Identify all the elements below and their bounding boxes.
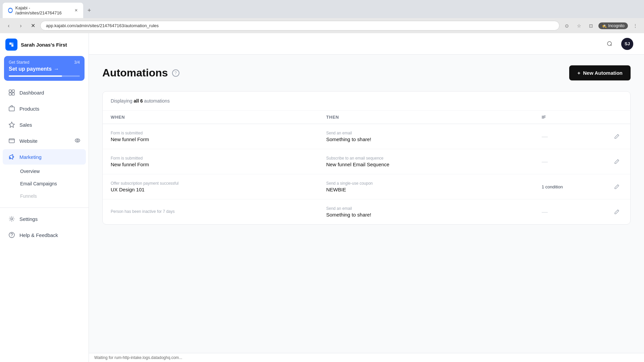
profile-icon[interactable]: ⊡ [586, 21, 596, 31]
website-label: Website [19, 138, 70, 144]
then-cell-1: Send an email Something to share! [326, 131, 542, 142]
svg-rect-4 [12, 93, 14, 95]
edit-icon[interactable] [611, 181, 622, 192]
close-tab-icon[interactable]: ✕ [74, 8, 78, 13]
cast-icon[interactable]: ⊙ [562, 21, 572, 31]
automations-table: Displaying all 6 automations When Then I… [102, 91, 631, 225]
menu-icon[interactable]: ⋮ [631, 21, 640, 31]
svg-marker-6 [9, 122, 14, 127]
reload-button[interactable]: ✕ [28, 21, 38, 31]
col-when: When [111, 115, 326, 120]
if-cell-3: 1 condition [542, 184, 602, 190]
website-visibility-icon[interactable] [74, 137, 80, 144]
sidebar-scroll[interactable]: Get Started 3/4 Set up payments → Dashbo… [0, 56, 89, 362]
sidebar-header: Sarah Jonas's First [0, 33, 89, 56]
sidebar-item-marketing[interactable]: Marketing [3, 149, 86, 165]
sidebar-sub-email-campaigns[interactable]: Email Campaigns [3, 178, 86, 190]
subtitle-prefix: Displaying [111, 98, 133, 104]
tab-title: Kajabi - /admin/sites/214764716 [15, 5, 69, 15]
new-tab-button[interactable]: + [85, 6, 94, 15]
then-cell-3: Send a single-use coupon NEWBIE [326, 181, 542, 192]
when-cell-3: Offer subscription payment successful UX… [111, 181, 326, 192]
sales-icon [8, 121, 15, 128]
new-automation-button[interactable]: + New Automation [569, 65, 631, 80]
edit-icon[interactable] [611, 206, 622, 217]
page-header: Automations ? + New Automation [102, 65, 631, 80]
get-started-banner[interactable]: Get Started 3/4 Set up payments → [4, 56, 85, 81]
when-cell-4: Person has been inactive for 7 days [111, 209, 326, 215]
svg-rect-1 [9, 90, 11, 92]
svg-rect-5 [9, 107, 14, 111]
if-cell-2: — [542, 158, 602, 165]
incognito-badge: 🕵 Incognito [598, 22, 628, 29]
edit-cell-1[interactable] [602, 131, 622, 142]
tab-bar: Kajabi - /admin/sites/214764716 ✕ + [0, 0, 644, 18]
sidebar-item-help[interactable]: Help & Feedback [3, 227, 86, 243]
sidebar-sub-funnels[interactable]: Funnels [3, 190, 86, 202]
active-tab[interactable]: Kajabi - /admin/sites/214764716 ✕ [3, 3, 83, 18]
page-title-area: Automations ? [102, 67, 179, 79]
sidebar-item-products[interactable]: Products [3, 101, 86, 116]
sidebar-item-website[interactable]: Website [3, 133, 86, 148]
progress-bar [9, 75, 80, 77]
table-row: Form is submitted New funnel Form Subscr… [103, 149, 630, 174]
then-cell-4: Send an email Something to share! [326, 206, 542, 218]
sidebar-item-sales[interactable]: Sales [3, 117, 86, 132]
products-label: Products [19, 106, 80, 112]
marketing-label: Marketing [19, 154, 80, 160]
then-cell-2: Subscribe to an email sequence New funne… [326, 156, 542, 167]
search-button[interactable] [604, 38, 616, 50]
table-row: Person has been inactive for 7 days Send… [103, 199, 630, 224]
new-automation-label: New Automation [583, 70, 623, 76]
edit-cell-3[interactable] [602, 181, 622, 192]
svg-rect-2 [12, 90, 14, 92]
col-if: If [542, 115, 602, 120]
get-started-top: Get Started 3/4 [9, 60, 80, 65]
status-text: Waiting for rum-http-intake.logs.datadog… [94, 355, 182, 360]
bookmark-icon[interactable]: ☆ [574, 21, 584, 31]
products-icon [8, 105, 15, 112]
edit-icon[interactable] [611, 131, 622, 142]
browser-actions: ⊙ ☆ ⊡ 🕵 Incognito ⋮ [562, 21, 640, 31]
sidebar-item-dashboard[interactable]: Dashboard [3, 85, 86, 100]
get-started-cta: Set up payments → [9, 66, 80, 72]
svg-point-0 [9, 9, 12, 12]
sidebar-item-settings[interactable]: Settings [3, 211, 86, 227]
edit-cell-4[interactable] [602, 206, 622, 217]
get-started-progress: 3/4 [74, 60, 80, 65]
browser-chrome: Kajabi - /admin/sites/214764716 ✕ + ‹ › … [0, 0, 644, 33]
help-circle-icon[interactable]: ? [172, 69, 179, 77]
help-label: Help & Feedback [19, 232, 80, 238]
user-avatar[interactable]: SJ [621, 38, 633, 50]
back-button[interactable]: ‹ [4, 21, 13, 31]
subtitle-bold: all 6 [133, 98, 143, 104]
svg-rect-3 [9, 93, 11, 95]
app: Sarah Jonas's First Get Started 3/4 Set … [0, 33, 644, 362]
arrow-icon: → [54, 66, 59, 72]
sidebar-logo [5, 39, 17, 51]
marketing-icon [8, 153, 15, 161]
help-icon [8, 231, 15, 239]
edit-cell-2[interactable] [602, 156, 622, 167]
settings-label: Settings [19, 216, 80, 222]
svg-rect-7 [9, 139, 14, 143]
incognito-icon: 🕵 [602, 23, 607, 28]
dashboard-icon [8, 89, 15, 96]
forward-button[interactable]: › [16, 21, 25, 31]
edit-icon[interactable] [611, 156, 622, 167]
automations-list: When Then If Form is submitted New funne… [103, 111, 630, 224]
when-cell-1: Form is submitted New funnel Form [111, 131, 326, 142]
if-cell-4: — [542, 208, 602, 216]
settings-icon [8, 215, 15, 223]
plus-icon: + [577, 70, 580, 76]
table-subtitle: Displaying all 6 automations [103, 92, 630, 111]
table-row: Offer subscription payment successful UX… [103, 174, 630, 199]
address-bar[interactable]: app.kajabi.com/admin/sites/2147647163/au… [40, 21, 559, 31]
if-cell-1: — [542, 133, 602, 140]
sidebar-sub-overview[interactable]: Overview [3, 165, 86, 177]
table-row: Form is submitted New funnel Form Send a… [103, 124, 630, 149]
sidebar: Sarah Jonas's First Get Started 3/4 Set … [0, 33, 89, 362]
svg-point-10 [11, 218, 13, 220]
col-then: Then [326, 115, 542, 120]
main-header: SJ [89, 33, 644, 55]
